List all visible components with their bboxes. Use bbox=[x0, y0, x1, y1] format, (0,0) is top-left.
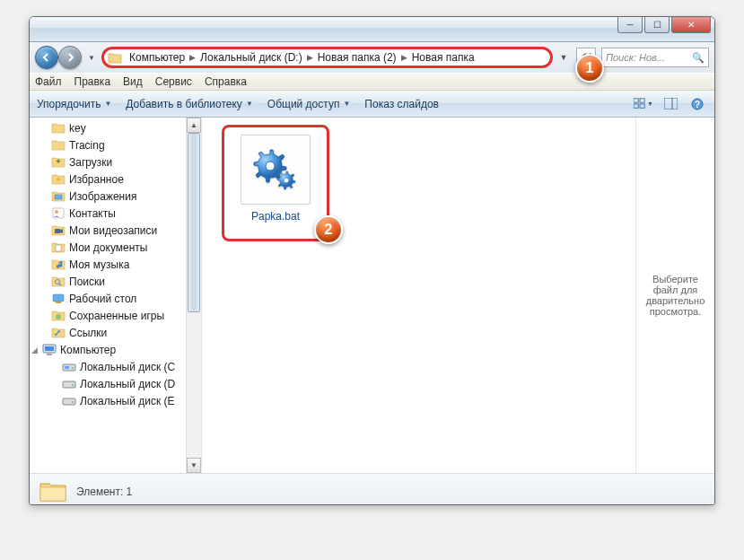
favorites-icon bbox=[51, 173, 66, 186]
drive-icon bbox=[62, 361, 76, 373]
scroll-thumb[interactable] bbox=[188, 133, 200, 312]
music-icon bbox=[51, 258, 66, 271]
svg-text:?: ? bbox=[695, 100, 700, 109]
tree-item[interactable]: Локальный диск (D bbox=[30, 375, 201, 392]
tree-item[interactable]: Изображения bbox=[30, 188, 201, 205]
address-bar[interactable]: Компьютер ▶ Локальный диск (D:) ▶ Новая … bbox=[101, 47, 553, 68]
tree-item[interactable]: Tracing bbox=[30, 136, 201, 153]
tree-label: Ссылки bbox=[69, 327, 107, 339]
menu-file[interactable]: Файл bbox=[35, 75, 62, 88]
svg-rect-4 bbox=[664, 98, 678, 109]
tree-item[interactable]: Мои документы bbox=[30, 239, 201, 256]
address-dropdown[interactable]: ▼ bbox=[556, 53, 571, 62]
preview-pane-button[interactable] bbox=[661, 95, 680, 113]
command-bar: Упорядочить▼ Добавить в библиотеку▼ Общи… bbox=[30, 91, 714, 118]
arrow-left-icon bbox=[41, 52, 52, 63]
nav-tree[interactable]: key Tracing Загрузки Избранное Изображен… bbox=[30, 118, 202, 473]
chevron-right-icon[interactable]: ▶ bbox=[401, 53, 407, 62]
tree-item-computer[interactable]: ◢Компьютер bbox=[30, 341, 201, 358]
arrow-right-icon bbox=[65, 52, 75, 63]
search-folder-icon bbox=[51, 276, 66, 288]
pane-icon bbox=[664, 98, 678, 109]
preview-pane: Выберите файл для дварительно просмотра. bbox=[635, 118, 714, 473]
tree-scrollbar[interactable]: ▲ ▼ bbox=[186, 118, 201, 473]
tree-label: Компьютер bbox=[60, 344, 116, 356]
svg-rect-1 bbox=[640, 99, 644, 102]
tree-item[interactable]: Мои видеозаписи bbox=[30, 222, 201, 239]
file-list[interactable]: Papka.bat bbox=[202, 118, 635, 473]
slideshow-label: Показ слайдов bbox=[364, 98, 439, 110]
links-icon bbox=[51, 327, 66, 339]
tree-label: key bbox=[69, 122, 86, 135]
scroll-up-button[interactable]: ▲ bbox=[187, 118, 201, 133]
breadcrumb-segment[interactable]: Новая папка bbox=[407, 51, 479, 64]
tree-item[interactable]: Загрузки bbox=[30, 153, 201, 171]
tree-label: Рабочий стол bbox=[69, 293, 136, 305]
svg-rect-11 bbox=[55, 229, 60, 233]
drive-icon bbox=[62, 378, 76, 390]
tree-item[interactable]: Контакты bbox=[30, 205, 201, 222]
svg-point-10 bbox=[55, 210, 58, 214]
close-button[interactable]: ✕ bbox=[671, 17, 711, 33]
callout-marker-2: 2 bbox=[314, 215, 343, 244]
menu-tools[interactable]: Сервис bbox=[155, 75, 192, 88]
view-options-button[interactable]: ▼ bbox=[634, 95, 653, 113]
breadcrumb-segment[interactable]: Локальный диск (D:) bbox=[196, 51, 307, 64]
tree-item[interactable]: Локальный диск (E bbox=[30, 392, 201, 409]
nav-bar: ▼ Компьютер ▶ Локальный диск (D:) ▶ Нова… bbox=[30, 42, 714, 73]
scroll-down-button[interactable]: ▼ bbox=[187, 458, 201, 473]
svg-point-17 bbox=[56, 314, 61, 319]
organize-button[interactable]: Упорядочить▼ bbox=[37, 98, 111, 110]
breadcrumb-segment[interactable]: Компьютер bbox=[125, 51, 189, 64]
computer-icon bbox=[42, 344, 57, 356]
svg-rect-26 bbox=[63, 398, 75, 405]
menu-view[interactable]: Вид bbox=[123, 75, 143, 88]
svg-rect-3 bbox=[640, 104, 644, 108]
chevron-down-icon: ▼ bbox=[246, 100, 253, 108]
maximize-button[interactable]: ☐ bbox=[644, 17, 670, 33]
menu-edit[interactable]: Правка bbox=[74, 75, 111, 88]
tree-item[interactable]: Локальный диск (C bbox=[30, 358, 201, 375]
minimize-button[interactable]: ─ bbox=[617, 17, 643, 33]
slideshow-button[interactable]: Показ слайдов bbox=[364, 98, 439, 110]
explorer-window: ─ ☐ ✕ ▼ Компьютер ▶ Локальный диск (D:) … bbox=[29, 16, 715, 505]
file-name-label: Papka.bat bbox=[251, 210, 300, 223]
callout-number: 2 bbox=[325, 222, 333, 238]
collapse-icon[interactable]: ◢ bbox=[31, 346, 38, 354]
svg-rect-12 bbox=[56, 245, 61, 251]
chevron-right-icon[interactable]: ▶ bbox=[189, 53, 196, 62]
tree-item[interactable]: Избранное bbox=[30, 171, 201, 188]
tree-label: Tracing bbox=[69, 139, 105, 152]
back-button[interactable] bbox=[35, 46, 58, 69]
tree-item[interactable]: Сохраненные игры bbox=[30, 307, 201, 324]
bat-file-icon bbox=[241, 135, 311, 205]
chevron-down-icon: ▼ bbox=[343, 100, 350, 108]
svg-rect-19 bbox=[45, 346, 54, 351]
nav-arrows bbox=[35, 46, 82, 69]
add-to-library-button[interactable]: Добавить в библиотеку▼ bbox=[126, 98, 252, 110]
tree-label: Избранное bbox=[69, 173, 124, 186]
help-button[interactable]: ? bbox=[687, 95, 707, 113]
tiles-icon bbox=[634, 98, 645, 109]
saved-games-icon bbox=[51, 310, 66, 322]
menu-help[interactable]: Справка bbox=[205, 75, 247, 88]
share-button[interactable]: Общий доступ▼ bbox=[267, 98, 351, 110]
tree-item[interactable]: Моя музыка bbox=[30, 256, 201, 273]
tree-label: Мои видеозаписи bbox=[69, 224, 157, 237]
tree-item[interactable]: Рабочий стол bbox=[30, 290, 201, 307]
titlebar[interactable]: ─ ☐ ✕ bbox=[30, 17, 714, 42]
tree-item[interactable]: key bbox=[30, 119, 201, 136]
tree-item[interactable]: Ссылки bbox=[30, 324, 201, 341]
menu-bar: Файл Правка Вид Сервис Справка bbox=[30, 73, 714, 91]
desktop-icon bbox=[51, 293, 66, 305]
nav-history-dropdown[interactable]: ▼ bbox=[85, 54, 98, 62]
tree-label: Локальный диск (D bbox=[80, 378, 175, 390]
file-item[interactable]: Papka.bat bbox=[222, 125, 329, 241]
search-input[interactable]: Поиск: Нов... 🔍 bbox=[601, 48, 709, 67]
svg-point-25 bbox=[72, 384, 74, 386]
tree-item[interactable]: Поиски bbox=[30, 273, 201, 290]
chevron-right-icon[interactable]: ▶ bbox=[307, 53, 313, 62]
breadcrumb-segment[interactable]: Новая папка (2) bbox=[313, 51, 401, 64]
svg-rect-15 bbox=[53, 294, 64, 302]
forward-button[interactable] bbox=[58, 46, 82, 69]
